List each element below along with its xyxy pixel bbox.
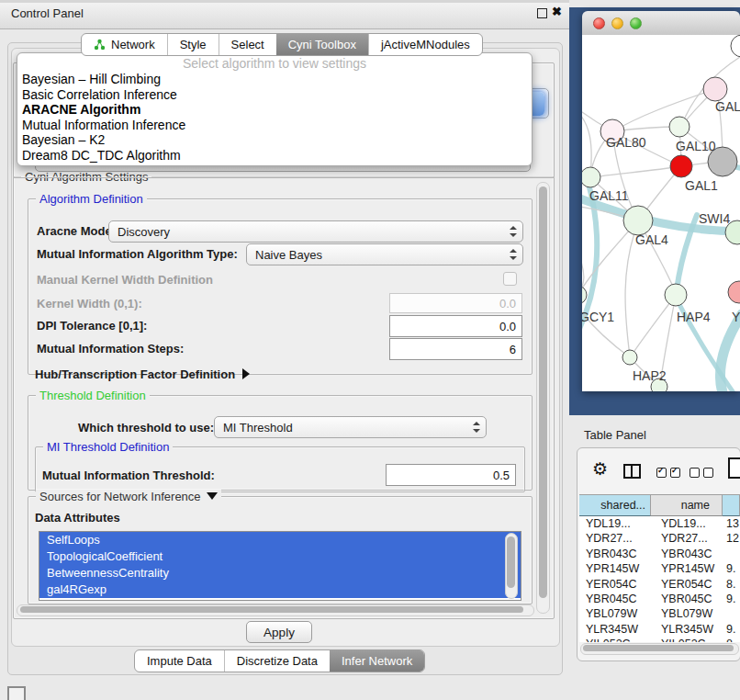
table-row[interactable]: YDR27...YDR27...12 [579, 531, 740, 546]
settings-vertical-scrollbar[interactable] [536, 182, 550, 614]
table-cell: YBL079W [651, 606, 723, 621]
node-label: HAP2 [633, 368, 667, 383]
column-browser-icon[interactable] [623, 464, 641, 479]
table-cell: 12 [723, 531, 740, 546]
network-edge[interactable] [613, 89, 715, 131]
table-cell: YER054C [651, 577, 723, 592]
algorithm-option[interactable]: Mutual Information Inference [17, 118, 532, 133]
node-label: GAL1 [685, 178, 718, 193]
algorithm-option[interactable]: Bayesian – Hill Climbing [17, 72, 532, 87]
mi-type-select[interactable]: Naive Bayes [246, 243, 523, 265]
network-node[interactable] [731, 35, 740, 57]
network-node[interactable] [728, 281, 740, 303]
network-node[interactable] [623, 206, 653, 235]
scrollbar-thumb[interactable] [583, 645, 734, 651]
tab-label: Cyni Toolbox [288, 38, 356, 51]
table-row[interactable]: YBR045CYBR045C9. [579, 592, 740, 606]
network-node[interactable] [703, 77, 727, 101]
network-edge[interactable] [591, 166, 681, 177]
scrollbar-thumb[interactable] [20, 606, 523, 613]
tab-style[interactable]: Style [167, 34, 219, 55]
which-threshold-select[interactable]: MI Threshold [214, 416, 487, 438]
manual-kernel-checkbox[interactable] [503, 272, 517, 286]
apply-button[interactable]: Apply [246, 621, 312, 643]
column-header[interactable]: name [651, 494, 723, 516]
network-node[interactable] [669, 117, 690, 137]
tab-impute-data[interactable]: Impute Data [135, 650, 224, 672]
tab-discretize-data[interactable]: Discretize Data [224, 650, 330, 672]
attributes-list-scrollbar[interactable] [505, 533, 518, 599]
attribute-item[interactable]: TopologicalCoefficient [39, 548, 521, 565]
tab-label: Style [180, 38, 207, 51]
export-table-icon[interactable] [728, 457, 740, 479]
table-row[interactable]: YBR043CYBR043C [579, 547, 740, 561]
table-row[interactable]: YER054CYER054C8. [579, 577, 740, 592]
aracne-mode-select[interactable]: Discovery [108, 220, 523, 243]
network-edge[interactable] [582, 106, 591, 176]
table-cell: YLR345W [579, 622, 651, 637]
column-header[interactable] [723, 494, 740, 516]
stepper-icon [510, 248, 517, 261]
mi-steps-input[interactable]: 6 [389, 338, 522, 360]
table-cell [723, 547, 740, 561]
mi-threshold-input[interactable]: 0.5 [386, 464, 516, 486]
network-window-titlebar[interactable] [582, 11, 740, 36]
network-canvas[interactable]: GALGAL80GAL10GAL1GAL11GAL4SWI4GCY1HAP4YH… [582, 35, 740, 391]
float-panel-icon[interactable] [537, 8, 547, 18]
network-icon [94, 39, 106, 51]
stepper-icon [473, 421, 480, 434]
table-cell: YBL079W [579, 606, 651, 621]
collapsed-panel-icon[interactable] [7, 686, 26, 700]
algorithm-option[interactable]: Bayesian – K2 [17, 132, 532, 148]
settings-horizontal-scrollbar[interactable] [17, 604, 534, 616]
minimize-window-icon[interactable] [611, 17, 623, 29]
table-row[interactable]: YIL052CYIL052C8 [579, 637, 740, 642]
deselect-all-checkboxes-icon[interactable] [690, 468, 713, 478]
network-node[interactable] [665, 284, 687, 306]
attribute-item[interactable]: BetweennessCentrality [39, 565, 521, 581]
table-row[interactable]: YPR145WYPR145W9. [579, 561, 740, 576]
close-icon[interactable]: ✖ [552, 5, 562, 18]
tab-select[interactable]: Select [219, 34, 276, 55]
table-horizontal-scrollbar[interactable] [580, 643, 739, 655]
scrollbar-thumb[interactable] [507, 536, 515, 588]
dpi-tolerance-input[interactable]: 0.0 [389, 315, 522, 337]
tab-infer-network[interactable]: Infer Network [330, 650, 424, 672]
table-row[interactable]: YDL19...YDL19...13 [579, 516, 740, 531]
table-cell [723, 606, 740, 621]
algorithm-option[interactable]: ARACNE Algorithm [17, 102, 532, 118]
sources-toggle[interactable]: Sources for Network Inference [36, 490, 221, 503]
tab-jactivemnodules[interactable]: jActiveMNodules [368, 34, 482, 55]
close-window-icon[interactable] [593, 17, 605, 29]
table-row[interactable]: YBL079WYBL079W [579, 606, 740, 621]
node-label: GAL80 [606, 135, 646, 150]
cyni-bottom-tabbar: Impute DataDiscretize DataInfer Network [134, 649, 425, 672]
algorithm-option[interactable]: Dream8 DC_TDC Algorithm [17, 148, 532, 164]
table-row[interactable]: YLR345WYLR345W9. [579, 622, 740, 637]
attribute-item[interactable]: SelfLoops [39, 532, 521, 548]
network-node[interactable] [670, 155, 692, 177]
tab-label: Infer Network [342, 654, 412, 668]
hub-definition-toggle[interactable]: Hub/Transcription Factor Definition [35, 367, 250, 381]
network-node[interactable] [582, 286, 587, 304]
column-header[interactable]: shared... [579, 494, 651, 516]
node-label: GAL [715, 99, 740, 114]
tab-cyni-toolbox[interactable]: Cyni Toolbox [276, 34, 368, 55]
network-node[interactable] [582, 167, 600, 187]
scrollbar-thumb[interactable] [539, 186, 547, 598]
tab-label: Network [111, 38, 155, 51]
collapsed-arrow-icon [242, 368, 250, 379]
mi-type-label: Mutual Information Algorithm Type: [37, 247, 238, 261]
network-node[interactable] [622, 350, 637, 365]
table-cell: YDR27... [651, 531, 723, 546]
select-all-checkboxes-icon[interactable] [656, 468, 680, 478]
tab-network[interactable]: Network [82, 34, 167, 55]
attribute-item[interactable]: gal4RGexp [39, 581, 521, 598]
network-view[interactable]: GALGAL80GAL10GAL1GAL11GAL4SWI4GCY1HAP4YH… [582, 35, 740, 391]
zoom-window-icon[interactable] [630, 17, 642, 29]
gear-icon[interactable]: ⚙ [592, 460, 608, 479]
hub-definition-label: Hub/Transcription Factor Definition [35, 367, 235, 381]
algorithm-option[interactable]: Basic Correlation Inference [17, 87, 532, 103]
kernel-width-input[interactable]: 0.0 [389, 293, 522, 313]
table-cell: YDR27... [579, 531, 651, 546]
